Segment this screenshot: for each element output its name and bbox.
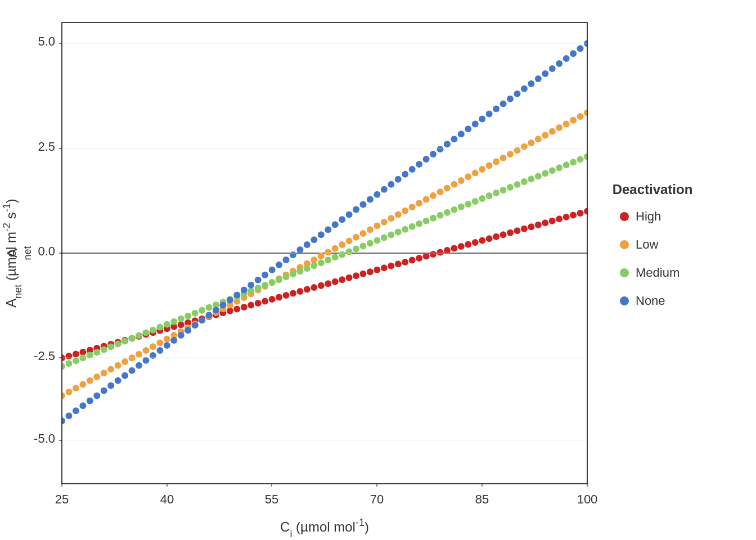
data-dot [451,245,457,252]
data-dot [395,211,402,218]
data-dot [129,367,136,374]
data-dot [310,284,317,291]
legend-dot-medium [620,268,629,277]
data-dot [269,296,276,303]
data-dot [359,242,366,249]
data-dot [227,308,233,314]
data-dot [296,268,303,274]
y-tick-label: 5.0 [38,34,55,48]
data-dot [416,220,422,227]
data-dot [367,196,374,203]
data-dot [359,271,366,277]
data-dot [528,176,534,182]
legend-label-medium: Medium [636,266,680,280]
data-dot [367,240,374,246]
data-dot [409,204,416,210]
data-dot [402,171,408,178]
data-dot [304,286,310,293]
data-dot [465,125,471,132]
data-dot [444,184,451,191]
data-dot [388,181,394,188]
data-dot [381,264,388,271]
data-dot [276,276,282,283]
data-dot [563,214,570,220]
data-dot [374,267,380,273]
data-dot [493,158,500,165]
data-dot [164,336,170,343]
data-dot [129,354,136,361]
data-dot [535,173,542,179]
data-dot [577,113,584,120]
data-dot [500,101,507,107]
data-dot [542,219,548,226]
data-dot [304,265,310,272]
data-dot [107,343,114,350]
data-dot [136,332,142,339]
data-dot [206,312,213,318]
data-dot [374,237,380,244]
data-dot [374,191,380,198]
data-dot [521,226,528,232]
data-dot [493,233,500,240]
data-dot [521,143,528,150]
data-dot [542,70,548,77]
data-dot [514,227,520,234]
data-dot [346,248,353,255]
data-dot [353,245,359,252]
data-dot [436,188,443,195]
data-dot [563,55,570,62]
data-dot [101,370,107,376]
data-dot [156,324,163,331]
data-dot [577,45,584,52]
data-dot [115,362,122,369]
data-dot [129,335,136,342]
y-axis-label-sub: net [22,246,33,260]
data-dot [556,164,562,171]
data-dot [436,146,443,152]
data-dot [269,267,276,273]
data-dot [549,218,556,224]
data-dot [416,200,422,206]
data-dot [430,251,436,258]
data-dot [444,247,451,254]
data-dot [500,155,507,161]
data-dot [436,212,443,219]
data-dot [542,170,548,177]
data-dot [339,251,345,258]
data-dot [486,235,493,242]
data-dot [93,392,100,399]
data-dot [142,357,149,364]
data-dot [164,321,170,328]
data-dot [233,292,240,299]
data-dot [142,347,149,354]
data-dot [395,229,402,236]
data-dot [310,256,317,263]
data-dot [479,166,485,173]
data-dot [318,253,325,259]
data-dot [192,310,199,317]
data-dot [570,117,577,124]
data-dot [535,75,542,82]
data-dot [514,181,520,188]
data-dot [101,346,107,353]
data-dot [444,141,451,147]
data-dot [276,262,282,268]
data-dot [346,237,353,244]
data-dot [570,212,577,218]
data-dot [514,147,520,154]
x-tick-label: 70 [370,492,384,506]
data-dot [381,235,388,241]
data-dot [122,372,128,379]
data-dot [304,241,310,248]
legend-dot-none [620,296,629,305]
data-dot [255,300,262,307]
data-dot [339,241,345,248]
data-dot [436,249,443,255]
data-dot [479,237,485,244]
data-dot [156,340,163,346]
data-dot [136,362,142,369]
data-dot [381,219,388,226]
data-dot [79,354,86,361]
x-tick-label: 25 [55,492,69,506]
data-dot [318,259,325,266]
